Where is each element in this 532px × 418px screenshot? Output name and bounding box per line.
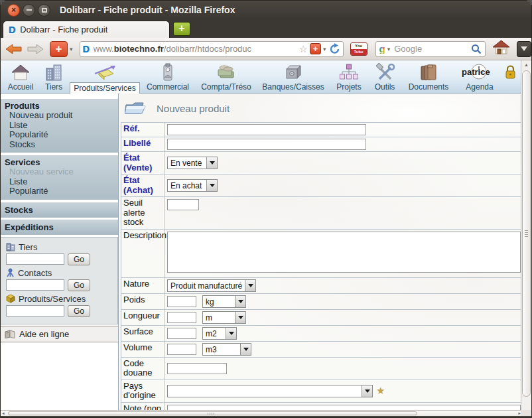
- surface-input[interactable]: [167, 328, 196, 339]
- page-viewport: Accueil Tiers Produits/Services: [1, 60, 522, 410]
- maximize-button[interactable]: [38, 4, 50, 17]
- sidebar-title-produits[interactable]: Produits: [5, 101, 114, 111]
- search-box[interactable]: g ▾ Google: [375, 41, 486, 57]
- seuil-input[interactable]: [167, 199, 199, 210]
- tiers-go-button[interactable]: Go: [68, 253, 90, 265]
- dolibarr-menubar: Accueil Tiers Produits/Services: [1, 60, 522, 94]
- menu-item-compta-treso[interactable]: Compta/Tréso: [196, 62, 257, 92]
- field-label: Libellé: [121, 137, 165, 151]
- dropdown-caret-icon[interactable]: ▾: [70, 46, 73, 52]
- magnifier-icon[interactable]: [471, 44, 482, 54]
- menu-item-accueil[interactable]: Accueil: [3, 62, 38, 92]
- sidebar-item-stocks[interactable]: Stocks: [5, 140, 114, 150]
- menu-item-agenda[interactable]: patrice Agenda: [456, 62, 503, 92]
- sidebar-item-liste[interactable]: Liste: [5, 121, 114, 131]
- sidebar-header-stocks[interactable]: Stocks: [1, 202, 118, 218]
- select-value: kg: [203, 296, 235, 307]
- menu-item-outils[interactable]: Outils: [368, 62, 401, 92]
- field-label: Code douane: [121, 358, 165, 380]
- etat-achat-select[interactable]: En achat: [167, 179, 218, 192]
- plus-icon: +: [313, 44, 318, 54]
- reload-button[interactable]: [329, 43, 340, 54]
- menu-label: Projets: [336, 82, 361, 92]
- menu-item-tiers[interactable]: Tiers: [38, 62, 70, 92]
- url-path: /dolibarr/htdocs/produc: [164, 44, 251, 54]
- url-www: www.: [94, 44, 114, 54]
- pays-select[interactable]: [167, 385, 373, 397]
- dolibarr-favicon-icon: D: [9, 25, 15, 35]
- field-label: Poids: [121, 294, 165, 309]
- arrow-up-icon: ▲: [524, 62, 529, 67]
- poids-input[interactable]: [167, 296, 196, 307]
- poids-unit-select[interactable]: kg: [202, 295, 246, 308]
- minimize-button[interactable]: [23, 4, 35, 17]
- download-button[interactable]: [517, 41, 531, 57]
- sidebar-item-nouveau-produit[interactable]: Nouveau produit: [5, 111, 114, 121]
- contacts-search-input[interactable]: [6, 279, 64, 291]
- volume-input[interactable]: [167, 344, 196, 355]
- nature-select[interactable]: Produit manufacturé: [167, 279, 256, 292]
- longueur-unit-select[interactable]: m: [202, 311, 246, 324]
- menu-label: Commercial: [147, 82, 189, 92]
- sidebar-item-popularite-services[interactable]: Popularité: [5, 186, 114, 196]
- share-plus-button[interactable]: +: [310, 43, 321, 54]
- menu-item-commercial[interactable]: Commercial: [140, 62, 196, 92]
- produits-go-button[interactable]: Go: [68, 305, 90, 317]
- new-tab-button[interactable]: +: [173, 22, 190, 36]
- bookmark-star-icon[interactable]: ☆: [299, 43, 308, 55]
- youtube-icon-bottom: Tube: [351, 49, 367, 55]
- surface-unit-select[interactable]: m2: [202, 327, 237, 340]
- menu-item-documents[interactable]: Documents: [401, 62, 456, 92]
- etat-vente-select[interactable]: En vente: [167, 157, 218, 169]
- volume-unit-select[interactable]: m3: [202, 343, 251, 356]
- menu-label-active: Produits/Services: [70, 82, 139, 94]
- horizontal-scrollbar[interactable]: ◂ ▸: [1, 410, 522, 416]
- vertical-scroll-thumb[interactable]: [522, 70, 531, 397]
- longueur-input[interactable]: [167, 312, 196, 323]
- scroll-up-button[interactable]: ▲: [521, 60, 531, 70]
- libelle-input[interactable]: [167, 139, 366, 150]
- favorite-star-icon: ★: [376, 385, 385, 397]
- help-link[interactable]: Aide en ligne: [1, 326, 118, 342]
- form-row-etat-vente: État (Vente) En vente: [121, 152, 521, 174]
- search-engine-caret-icon[interactable]: ▾: [387, 46, 391, 52]
- url-dropdown-caret-icon[interactable]: ▾: [323, 46, 326, 52]
- tiers-search-input[interactable]: [6, 253, 64, 265]
- horizontal-scroll-thumb[interactable]: [8, 411, 417, 415]
- ref-input[interactable]: [167, 124, 366, 135]
- scroll-left-button[interactable]: ◂: [2, 411, 5, 416]
- menu-item-produits-services[interactable]: Produits/Services: [70, 62, 140, 94]
- menu-label: Agenda: [466, 82, 493, 92]
- forward-button[interactable]: [27, 42, 44, 56]
- sidebar-title-services[interactable]: Services: [5, 157, 114, 167]
- menu-item-banques-caisses[interactable]: Banques/Caisses: [257, 62, 330, 92]
- note-textarea[interactable]: [167, 405, 521, 411]
- back-button[interactable]: [5, 42, 23, 56]
- sidebar-header-expeditions[interactable]: Expéditions: [1, 220, 118, 235]
- vertical-scrollbar[interactable]: ▲ ▼: [521, 60, 531, 416]
- home-button[interactable]: [492, 40, 510, 58]
- menu-item-projets[interactable]: Projets: [330, 62, 368, 92]
- google-logo-icon: g: [379, 44, 385, 54]
- browser-tab[interactable]: D Dolibarr - Fiche produit: [3, 21, 170, 38]
- field-label: Réf.: [121, 123, 165, 137]
- menu-label: Compta/Tréso: [201, 82, 251, 92]
- new-entry-button[interactable]: +: [50, 41, 68, 57]
- menu-item-logout[interactable]: [503, 62, 517, 82]
- field-label: État (Vente): [121, 152, 165, 174]
- select-value: Produit manufacturé: [168, 280, 245, 291]
- contacts-go-button[interactable]: Go: [68, 279, 90, 291]
- sidebar-item-liste-services[interactable]: Liste: [5, 177, 114, 187]
- form-row-nature: Nature Produit manufacturé: [121, 278, 521, 294]
- safe-icon: [283, 63, 304, 82]
- produits-search-input[interactable]: [6, 305, 64, 316]
- sidebar-item-popularite[interactable]: Popularité: [5, 130, 114, 140]
- url-bar[interactable]: D www.biotechno.fr/dolibarr/htdocs/produ…: [80, 41, 344, 57]
- close-button[interactable]: ×: [7, 4, 20, 17]
- description-textarea[interactable]: [167, 232, 521, 273]
- sidebar: Produits Nouveau produit Liste Popularit…: [1, 94, 119, 410]
- form-row-description: Description: [121, 230, 521, 278]
- youtube-button[interactable]: You Tube: [350, 42, 367, 56]
- code-douane-input[interactable]: [167, 363, 227, 374]
- product-box-icon: [94, 63, 116, 82]
